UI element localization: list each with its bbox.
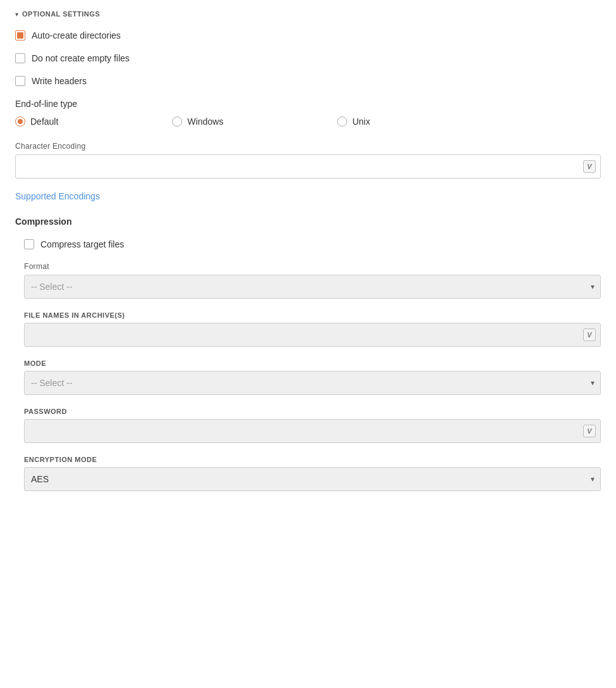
- eol-default-radio[interactable]: [15, 116, 25, 127]
- format-section: Format -- Select -- ▾: [24, 262, 601, 299]
- file-names-wrapper: V: [24, 323, 601, 347]
- eol-default-label: Default: [30, 116, 58, 127]
- variable-icon: V: [583, 160, 596, 173]
- eol-label: End-of-line type: [15, 99, 601, 109]
- do-not-create-empty-files-label: Do not create empty files: [32, 53, 130, 63]
- password-variable-icon: V: [583, 425, 596, 437]
- format-label: Format: [24, 262, 601, 271]
- password-label: PASSWORD: [24, 408, 601, 415]
- eol-windows-option: Windows: [172, 116, 223, 127]
- password-section: PASSWORD V: [24, 408, 601, 443]
- eol-radio-group: Default Windows Unix: [15, 116, 601, 127]
- write-headers-label: Write headers: [32, 76, 87, 86]
- file-names-variable-icon: V: [583, 328, 596, 341]
- write-headers-checkbox[interactable]: [15, 76, 25, 86]
- file-names-section: FILE NAMES IN ARCHIVE(S) V: [24, 311, 601, 347]
- eol-unix-label: Unix: [352, 116, 370, 127]
- mode-select[interactable]: -- Select --: [24, 371, 601, 395]
- eol-default-option: Default: [15, 116, 58, 127]
- character-encoding-label: Character Encoding: [15, 142, 601, 151]
- supported-encodings-row: Supported Encodings: [15, 191, 601, 201]
- do-not-create-empty-files-checkbox[interactable]: [15, 53, 25, 63]
- encryption-mode-select[interactable]: AES: [24, 467, 601, 491]
- encryption-mode-select-wrapper: AES ▾: [24, 467, 601, 491]
- write-headers-row: Write headers: [15, 76, 601, 86]
- format-select[interactable]: -- Select --: [24, 275, 601, 299]
- optional-settings-header[interactable]: ▾ OPTIONAL SETTINGS: [15, 10, 601, 18]
- do-not-create-empty-files-row: Do not create empty files: [15, 53, 601, 63]
- file-names-label: FILE NAMES IN ARCHIVE(S): [24, 311, 601, 319]
- encryption-mode-section: ENCRYPTION MODE AES ▾: [24, 456, 601, 491]
- chevron-down-icon: ▾: [15, 11, 18, 18]
- eol-unix-option: Unix: [337, 116, 370, 127]
- auto-create-directories-checkbox[interactable]: [15, 30, 25, 41]
- compress-target-files-checkbox[interactable]: [24, 239, 34, 249]
- eol-section: End-of-line type Default Windows Unix: [15, 99, 601, 127]
- encryption-mode-label: ENCRYPTION MODE: [24, 456, 601, 463]
- compress-target-files-label: Compress target files: [40, 239, 124, 249]
- auto-create-directories-label: Auto-create directories: [32, 30, 121, 41]
- format-select-wrapper: -- Select -- ▾: [24, 275, 601, 299]
- section-title: OPTIONAL SETTINGS: [22, 10, 100, 18]
- mode-select-wrapper: -- Select -- ▾: [24, 371, 601, 395]
- auto-create-directories-row: Auto-create directories: [15, 30, 601, 41]
- password-wrapper: V: [24, 419, 601, 443]
- file-names-input[interactable]: [24, 323, 601, 347]
- character-encoding-section: Character Encoding V: [15, 142, 601, 178]
- password-input[interactable]: [24, 419, 601, 443]
- mode-label: MODE: [24, 360, 601, 367]
- compression-title: Compression: [15, 216, 601, 227]
- mode-section: MODE -- Select -- ▾: [24, 360, 601, 395]
- eol-unix-radio[interactable]: [337, 116, 347, 127]
- supported-encodings-link[interactable]: Supported Encodings: [15, 191, 100, 201]
- character-encoding-input[interactable]: [15, 154, 601, 178]
- character-encoding-wrapper: V: [15, 154, 601, 178]
- compression-section: Compression Compress target files Format…: [15, 216, 601, 491]
- compress-target-files-row: Compress target files: [24, 239, 601, 249]
- eol-windows-label: Windows: [187, 116, 223, 127]
- eol-windows-radio[interactable]: [172, 116, 182, 127]
